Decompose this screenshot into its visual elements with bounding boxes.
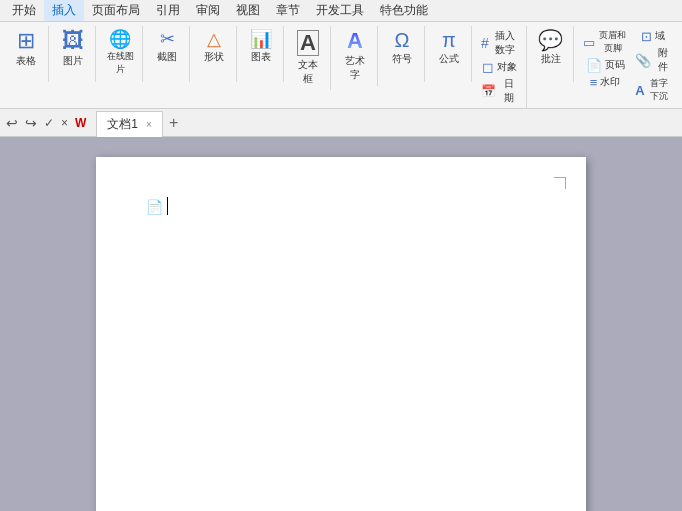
attachment-icon: 📎 xyxy=(635,54,651,67)
artword-icon: A xyxy=(347,30,363,52)
ribbon-btn-comment[interactable]: 💬 批注 xyxy=(533,28,569,68)
ribbon-btn-attachment[interactable]: 📎 附件 xyxy=(632,45,674,75)
shape-icon: △ xyxy=(207,30,221,48)
ribbon-btn-object[interactable]: ◻ 对象 xyxy=(478,59,522,75)
menu-item-view[interactable]: 视图 xyxy=(228,0,268,21)
ribbon-group-artword: A 艺术字 xyxy=(333,26,378,86)
smart-tag-icon: 📄 xyxy=(146,199,163,215)
ribbon-group-table: ⊞ 表格 xyxy=(4,26,49,82)
menu-item-layout[interactable]: 页面布局 xyxy=(84,0,148,21)
ribbon-btn-date[interactable]: 📅 日期 xyxy=(478,76,522,106)
doc-tab-close[interactable]: × xyxy=(146,119,152,130)
symbol-icon: Ω xyxy=(395,30,410,50)
ribbon-group-screenshot: ✂ 截图 xyxy=(145,26,190,82)
undo-button[interactable]: ↩ xyxy=(4,114,20,132)
ribbon-group-picture: 🖼 图片 xyxy=(51,26,96,82)
date-icon: 📅 xyxy=(481,85,496,97)
document-area: 📄 xyxy=(0,137,682,511)
quick-access-toolbar: ↩ ↪ ✓ × W xyxy=(4,114,88,132)
menu-item-start[interactable]: 开始 xyxy=(4,0,44,21)
menu-item-special[interactable]: 特色功能 xyxy=(372,0,436,21)
comment-icon: 💬 xyxy=(538,30,563,50)
ribbon-btn-chart[interactable]: 📊 图表 xyxy=(243,28,279,66)
qa-check-button[interactable]: ✓ xyxy=(42,115,56,131)
menu-item-chapter[interactable]: 章节 xyxy=(268,0,308,21)
ribbon-group-misc1: # 插入数字 ◻ 对象 📅 日期 xyxy=(474,26,527,108)
ribbon-btn-symbol[interactable]: Ω 符号 xyxy=(384,28,420,68)
ribbon-group-formula: π 公式 xyxy=(427,26,472,82)
dropcap-icon: A xyxy=(635,84,644,97)
qa-close-button[interactable]: × xyxy=(59,115,70,131)
ribbon-group-chart: 📊 图表 xyxy=(239,26,284,82)
watermark-icon: ≡ xyxy=(590,76,598,89)
wps-logo: W xyxy=(73,115,88,131)
ribbon: ⊞ 表格 🖼 图片 🌐 在线图片 xyxy=(0,22,682,109)
cursor-area: 📄 xyxy=(146,197,168,215)
doc-tab-doc1[interactable]: 文档1 × xyxy=(96,111,163,137)
add-tab-button[interactable]: + xyxy=(163,112,184,134)
ribbon-btn-page-num[interactable]: 📄 页码 xyxy=(580,57,631,73)
ribbon-btn-artword[interactable]: A 艺术字 xyxy=(337,28,373,84)
online-picture-icon: 🌐 xyxy=(109,30,131,48)
table-icon: ⊞ xyxy=(17,30,35,52)
ribbon-btn-textbox[interactable]: A 文本框 xyxy=(290,28,326,88)
ribbon-btn-shape[interactable]: △ 形状 xyxy=(196,28,232,66)
ribbon-btn-header-footer[interactable]: ▭ 页眉和页脚 xyxy=(580,28,631,56)
ribbon-btn-domain[interactable]: ⊡ 域 xyxy=(632,28,674,44)
ribbon-btn-formula[interactable]: π 公式 xyxy=(431,28,467,68)
tab-bar: ↩ ↪ ✓ × W 文档1 × + xyxy=(0,109,682,137)
menu-bar: 开始 插入 页面布局 引用 审阅 视图 章节 开发工具 特色功能 xyxy=(0,0,682,22)
chart-icon: 📊 xyxy=(250,30,272,48)
ribbon-group-misc2: ▭ 页眉和页脚 📄 页码 ≡ 水印 ⊡ 域 xyxy=(576,26,678,106)
ribbon-btn-dropcap[interactable]: A 首字下沉 xyxy=(632,76,674,104)
ribbon-group-textbox: A 文本框 xyxy=(286,26,331,90)
ribbon-btn-insert-number[interactable]: # 插入数字 xyxy=(478,28,522,58)
menu-item-reference[interactable]: 引用 xyxy=(148,0,188,21)
redo-button[interactable]: ↪ xyxy=(23,114,39,132)
ribbon-group-shape: △ 形状 xyxy=(192,26,237,82)
insert-number-icon: # xyxy=(481,36,489,50)
picture-icon: 🖼 xyxy=(62,30,84,52)
screenshot-icon: ✂ xyxy=(160,30,175,48)
formula-icon: π xyxy=(442,30,456,50)
document-page[interactable]: 📄 xyxy=(96,157,586,511)
ribbon-btn-online-picture[interactable]: 🌐 在线图片 xyxy=(102,28,138,78)
ribbon-btn-watermark[interactable]: ≡ 水印 xyxy=(580,74,631,90)
ribbon-group-symbol: Ω 符号 xyxy=(380,26,425,82)
menu-item-devtools[interactable]: 开发工具 xyxy=(308,0,372,21)
ribbon-group-online-picture: 🌐 在线图片 xyxy=(98,26,143,82)
page-num-icon: 📄 xyxy=(586,59,602,72)
menu-item-review[interactable]: 审阅 xyxy=(188,0,228,21)
header-footer-icon: ▭ xyxy=(583,36,595,49)
ribbon-group-comment: 💬 批注 xyxy=(529,26,574,82)
ribbon-btn-screenshot[interactable]: ✂ 截图 xyxy=(149,28,185,66)
text-cursor xyxy=(167,197,168,215)
ribbon-btn-picture[interactable]: 🖼 图片 xyxy=(55,28,91,70)
domain-icon: ⊡ xyxy=(641,30,652,43)
ribbon-btn-table[interactable]: ⊞ 表格 xyxy=(8,28,44,70)
menu-item-insert[interactable]: 插入 xyxy=(44,0,84,21)
object-icon: ◻ xyxy=(482,60,494,74)
textbox-icon: A xyxy=(297,30,319,56)
doc-tab-label: 文档1 xyxy=(107,116,138,133)
page-corner-mark-tr xyxy=(554,177,566,189)
